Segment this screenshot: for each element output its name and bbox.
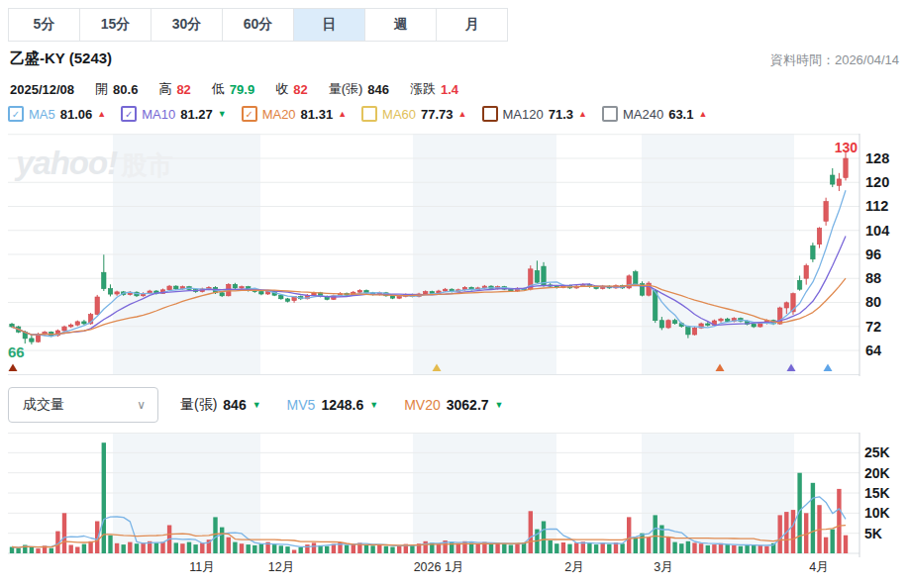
quote-row: 2025/12/08 開 80.6 高 82 低 79.9 收 82 量(張) … [10, 80, 458, 98]
ma-legend-ma240: MA240 63.1▲ [602, 106, 707, 122]
ma-legend-ma20: ✓ MA20 81.31▲ [242, 106, 347, 122]
vol-stat-MV5: MV5 1248.6▼ [287, 397, 379, 413]
month-label: 11月 [189, 559, 214, 576]
indicator-dropdown[interactable]: 成交量 ∨ [8, 387, 158, 423]
quote-field: 高 82 [158, 80, 190, 98]
chevron-down-icon: ∨ [137, 398, 146, 412]
ma-legend-ma60: MA60 77.73▲ [361, 106, 466, 122]
ma-checkbox-ma20[interactable]: ✓ [242, 106, 257, 122]
svg-text:5K: 5K [864, 526, 882, 541]
svg-text:120: 120 [865, 174, 889, 190]
volume-bar-chart[interactable]: 5K10K15K20K25K [0, 433, 909, 561]
time-axis-labels: 11月12月2026 1月2月3月4月 [0, 559, 909, 579]
quote-date: 2025/12/08 [10, 82, 74, 97]
quote-field: 漲跌 1.4 [410, 80, 458, 98]
svg-text:104: 104 [865, 223, 889, 239]
quote-field: 收 82 [275, 80, 307, 98]
tab-5分[interactable]: 5分 [9, 9, 80, 41]
month-label: 4月 [809, 559, 828, 576]
ma-legend-ma5: ✓ MA5 81.06▲ [8, 106, 106, 122]
interval-tab-bar: 5分15分30分60分日週月 [8, 8, 508, 42]
ma-legend-ma120: MA120 71.3▲ [482, 106, 587, 122]
indicator-dropdown-label: 成交量 [23, 396, 64, 414]
tab-60分[interactable]: 60分 [223, 9, 294, 41]
month-label: 12月 [268, 559, 294, 576]
svg-text:66: 66 [8, 343, 25, 360]
quote-field: 開 80.6 [95, 80, 138, 98]
tab-15分[interactable]: 15分 [80, 9, 152, 41]
svg-text:25K: 25K [864, 444, 890, 460]
svg-text:128: 128 [865, 150, 889, 166]
month-label: 2026 1月 [414, 559, 464, 576]
ma-checkbox-ma120[interactable] [482, 106, 498, 122]
ma-legend-ma10: ✓ MA10 81.27▼ [121, 106, 226, 122]
tab-週[interactable]: 週 [365, 9, 437, 41]
svg-text:20K: 20K [864, 465, 890, 481]
svg-text:96: 96 [865, 246, 881, 262]
vol-stat-MV20: MV20 3062.7▼ [404, 397, 503, 413]
month-label: 3月 [654, 559, 672, 576]
svg-text:72: 72 [865, 319, 881, 335]
price-candlestick-chart[interactable]: 647280889610411212012813066 [0, 134, 909, 380]
page-title: 乙盛-KY (5243) [10, 49, 112, 68]
quote-field: 低 79.9 [212, 80, 254, 98]
svg-text:130: 130 [835, 140, 858, 155]
svg-text:64: 64 [865, 343, 881, 358]
ma-checkbox-ma60[interactable] [361, 106, 377, 122]
stock-chart-page: 5分15分30分60分日週月 乙盛-KY (5243) 資料時間：2026/04… [0, 0, 909, 588]
svg-text:88: 88 [865, 270, 881, 286]
ma-checkbox-ma5[interactable]: ✓ [8, 106, 24, 122]
svg-text:80: 80 [865, 294, 881, 310]
quote-fields: 開 80.6 高 82 低 79.9 收 82 量(張) 846 漲跌 1.4 [95, 80, 458, 98]
svg-text:112: 112 [865, 198, 888, 214]
volume-header: 成交量 ∨ 量(張) 846▼ MV5 1248.6▼ MV20 3062.7▼ [8, 387, 503, 423]
month-label: 2月 [564, 559, 583, 576]
data-time-label: 資料時間：2026/04/14 [770, 51, 899, 69]
ma-checkbox-ma10[interactable]: ✓ [121, 106, 137, 122]
ma-checkbox-ma240[interactable] [602, 106, 618, 122]
quote-field: 量(張) 846 [329, 80, 389, 98]
volume-stats: 量(張) 846▼ MV5 1248.6▼ MV20 3062.7▼ [180, 396, 503, 414]
svg-text:15K: 15K [864, 485, 890, 501]
tab-日[interactable]: 日 [294, 9, 365, 41]
tab-30分[interactable]: 30分 [152, 9, 223, 41]
ma-legend-row: ✓ MA5 81.06▲ ✓ MA10 81.27▼ ✓ MA20 81.31▲… [8, 106, 707, 122]
vol-stat-量(張): 量(張) 846▼ [180, 396, 261, 414]
tab-月[interactable]: 月 [437, 9, 507, 41]
svg-text:10K: 10K [864, 505, 890, 521]
